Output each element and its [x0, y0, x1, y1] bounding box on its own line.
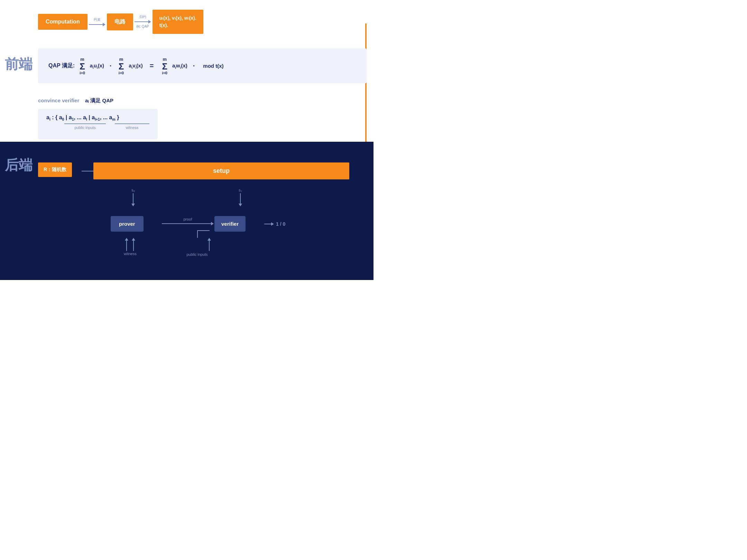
sp-arrow — [131, 193, 135, 206]
top-section: Computation 约束 电路 归约 例: QAP uᵢ(x), vᵢ(x)… — [0, 0, 374, 142]
output-10: 1 / 0 — [264, 221, 285, 227]
reduce-label-top: 归约 — [139, 15, 146, 19]
backend-label: 后端 — [5, 156, 33, 175]
sum3: m Σ i=0 — [162, 57, 167, 75]
public-inputs-label: public inputs — [74, 125, 95, 130]
ai-partition-box: ai : { a0 | a1, ... al | al+1, ... am } … — [38, 109, 158, 139]
witness-label: witness — [126, 125, 139, 130]
qap-formula-box: QAP 满足: m Σ i=0 aiui(x) · m Σ i=0 aivi(x… — [38, 48, 367, 83]
sv-label: sᵥ — [239, 188, 242, 193]
r-box: R：随机数 — [38, 162, 72, 177]
bottom-section: 后端 R：随机数 setup sₚ sᵥ prov — [0, 142, 374, 280]
convince-line: convince verifier aᵢ 满足 QAP — [38, 97, 113, 104]
constraint-label: 约束 — [94, 17, 101, 22]
witness-group: witness — [124, 238, 137, 256]
sv-group: sᵥ — [239, 188, 242, 206]
dot1: · — [110, 62, 112, 70]
arrow2-line — [135, 20, 151, 24]
sv-arrow — [239, 193, 242, 206]
prover-box: prover — [111, 216, 144, 232]
setup-box: setup — [93, 162, 349, 179]
term2: aivi(x) — [129, 63, 142, 69]
reduce-label-bottom: 例: QAP — [136, 24, 149, 29]
verifier-box: verifier — [214, 216, 246, 232]
sum1: m Σ i=0 — [80, 57, 85, 75]
arrow1-line — [89, 23, 105, 26]
computation-box: Computation — [38, 14, 87, 30]
term1: aiui(x) — [90, 63, 104, 69]
dot2: · — [193, 62, 195, 70]
ai-formula: ai : { a0 | a1, ... al | al+1, ... am } — [46, 114, 149, 121]
term3: aiwi(x) — [172, 63, 187, 69]
result-box: uᵢ(x), vᵢ(x), wᵢ(x). t(x). — [153, 10, 203, 34]
arrow-constraint: 约束 — [89, 17, 105, 26]
equals: = — [150, 62, 154, 70]
qap-label: QAP 满足: — [48, 62, 75, 69]
backend-public-inputs-label: public inputs — [186, 252, 208, 256]
backend-witness-label: witness — [124, 252, 137, 256]
sp-group: sₚ — [131, 188, 135, 206]
circuit-box: 电路 — [107, 13, 133, 30]
public-inputs-group: public inputs — [173, 238, 221, 256]
proof-label: proof — [183, 217, 192, 221]
arrow-reduce: 归约 例: QAP — [135, 15, 151, 29]
mod-term: mod t(x) — [203, 63, 223, 69]
top-flow-diagram: Computation 约束 电路 归约 例: QAP uᵢ(x), vᵢ(x)… — [38, 10, 203, 34]
frontend-label: 前端 — [5, 55, 33, 74]
sp-label: sₚ — [131, 188, 135, 193]
sum2: m Σ i=0 — [119, 57, 124, 75]
proof-arrow-group: proof — [162, 217, 214, 225]
